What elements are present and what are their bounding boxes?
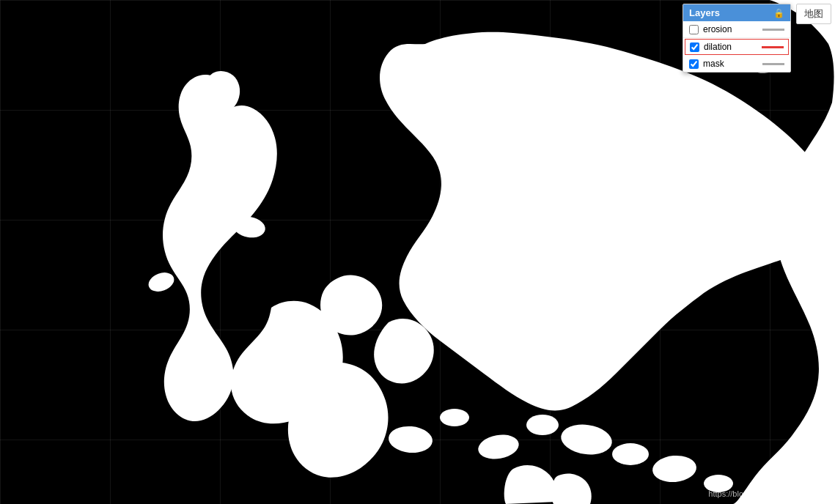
svg-point-0 <box>146 270 177 295</box>
dilation-color-bar <box>762 46 784 48</box>
dilation-checkbox[interactable] <box>690 42 699 52</box>
map-button[interactable]: 地图 <box>796 4 831 24</box>
dilation-label: dilation <box>704 42 759 52</box>
layers-panel: Layers 🔒 erosion dilation mask <box>683 4 791 73</box>
svg-point-7 <box>559 421 614 457</box>
mask-label: mask <box>703 59 759 69</box>
mask-checkbox[interactable] <box>689 59 699 69</box>
mask-color-bar <box>762 63 784 65</box>
erosion-label: erosion <box>703 24 759 34</box>
erosion-color-bar <box>762 29 784 31</box>
erosion-checkbox[interactable] <box>689 25 699 34</box>
svg-point-9 <box>652 453 698 483</box>
layers-header: Layers 🔒 <box>683 4 790 21</box>
layer-item-mask[interactable]: mask <box>683 56 790 72</box>
layer-item-erosion[interactable]: erosion <box>683 21 790 38</box>
layer-item-dilation[interactable]: dilation <box>685 39 789 55</box>
svg-point-4 <box>440 409 469 426</box>
landmass-svg <box>0 0 835 504</box>
svg-point-3 <box>388 424 434 454</box>
svg-point-6 <box>526 415 559 435</box>
layers-title: Layers <box>689 7 720 18</box>
svg-point-5 <box>477 431 521 462</box>
svg-point-8 <box>612 443 649 465</box>
lock-icon[interactable]: 🔒 <box>773 8 784 18</box>
bottom-url: https://blog.csdn.net/qq_1088120 <box>708 489 828 498</box>
